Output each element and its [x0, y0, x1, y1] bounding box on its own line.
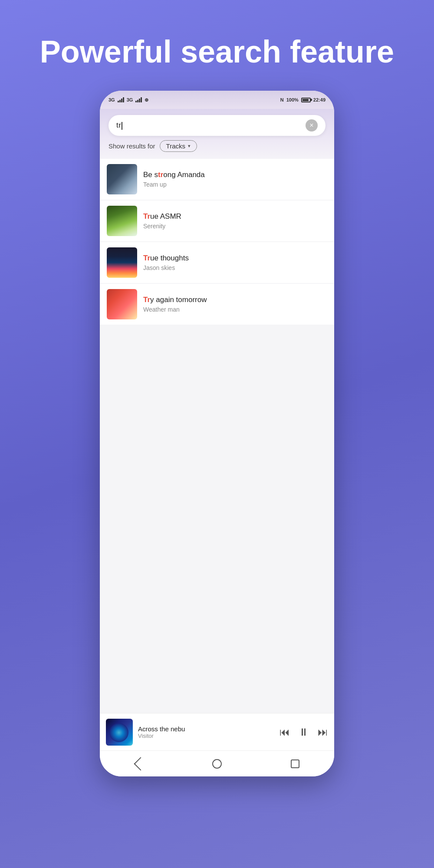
- battery-percent: 100%: [286, 97, 299, 102]
- track-title: Be strong Amanda: [143, 171, 327, 179]
- status-bar: 3G 3G ⊕ N 100% 22:49: [100, 91, 334, 109]
- track-subtitle: Jason skies: [143, 264, 327, 271]
- track-thumbnail: [107, 206, 137, 236]
- status-right: N 100% 22:49: [280, 97, 326, 102]
- player-controls: ⏮ ⏸ ⏭: [279, 726, 328, 738]
- now-playing-thumbnail: [106, 719, 133, 746]
- highlight: Tr: [143, 296, 150, 304]
- track-title: True ASMR: [143, 212, 327, 221]
- track-subtitle: Team up: [143, 181, 327, 188]
- track-thumbnail: [107, 247, 137, 278]
- track-thumbnail: [107, 164, 137, 194]
- navigation-bar: [100, 750, 334, 776]
- back-button[interactable]: [130, 755, 148, 773]
- battery-icon: [301, 98, 311, 102]
- search-query: tr: [116, 121, 121, 129]
- previous-button[interactable]: ⏮: [279, 726, 290, 738]
- next-button[interactable]: ⏭: [318, 726, 328, 738]
- now-playing-info: Across the nebu Visitor: [138, 725, 274, 739]
- cursor: [122, 122, 122, 130]
- search-input[interactable]: tr: [116, 121, 306, 130]
- search-box[interactable]: tr ×: [108, 115, 326, 136]
- home-button[interactable]: [208, 755, 226, 773]
- track-thumbnail: [107, 289, 137, 319]
- track-info: Be strong Amanda Team up: [143, 171, 327, 188]
- list-item[interactable]: True thoughts Jason skies: [100, 242, 334, 283]
- results-list: Be strong Amanda Team up True ASMR Seren…: [100, 159, 334, 713]
- nfc-icon: ⊕: [145, 97, 148, 103]
- status-left: 3G 3G ⊕: [108, 97, 148, 103]
- track-title: Try again tomorrow: [143, 296, 327, 304]
- track-title: True thoughts: [143, 254, 327, 263]
- highlight: tr: [158, 171, 163, 179]
- track-info: True thoughts Jason skies: [143, 254, 327, 271]
- chevron-down-icon: ▾: [188, 143, 191, 149]
- highlight: Tr: [143, 254, 150, 262]
- signal-bars-1: [118, 97, 124, 102]
- filter-row: Show results for Tracks ▾: [108, 140, 326, 152]
- recents-icon: [291, 760, 299, 768]
- filter-value: Tracks: [166, 142, 185, 150]
- list-item[interactable]: Be strong Amanda Team up: [100, 159, 334, 200]
- track-subtitle: Weather man: [143, 306, 327, 313]
- time-display: 22:49: [313, 97, 326, 102]
- track-info: Try again tomorrow Weather man: [143, 296, 327, 313]
- now-playing-artist: Visitor: [138, 733, 274, 739]
- signal-bars-2: [135, 97, 142, 102]
- now-playing-bar[interactable]: Across the nebu Visitor ⏮ ⏸ ⏭: [100, 713, 334, 750]
- filter-label: Show results for: [108, 142, 155, 150]
- network2-label: 3G: [127, 97, 133, 102]
- nfc-badge: N: [280, 97, 284, 102]
- home-icon: [212, 759, 222, 769]
- clear-button[interactable]: ×: [306, 119, 318, 132]
- list-item[interactable]: True ASMR Serenity: [100, 201, 334, 241]
- now-playing-title: Across the nebu: [138, 725, 274, 733]
- back-icon: [134, 757, 147, 770]
- network1-label: 3G: [108, 97, 115, 102]
- search-area: tr × Show results for Tracks ▾: [100, 109, 334, 159]
- hero-title: Powerful search feature: [14, 35, 420, 69]
- filter-dropdown[interactable]: Tracks ▾: [160, 140, 197, 152]
- pause-button[interactable]: ⏸: [299, 726, 309, 738]
- nebula-art: [109, 723, 128, 742]
- track-subtitle: Serenity: [143, 223, 327, 230]
- phone-frame: 3G 3G ⊕ N 100% 22:49 tr × S: [100, 91, 334, 776]
- battery-fill: [302, 99, 309, 101]
- highlight: Tr: [143, 212, 150, 220]
- recents-button[interactable]: [286, 755, 304, 773]
- track-info: True ASMR Serenity: [143, 212, 327, 230]
- list-item[interactable]: Try again tomorrow Weather man: [100, 284, 334, 325]
